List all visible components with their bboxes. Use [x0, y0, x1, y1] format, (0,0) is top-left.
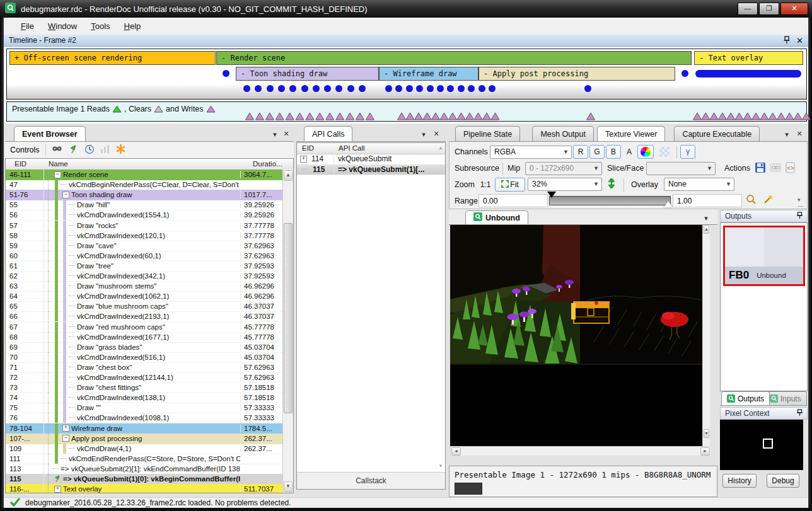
- menu-window[interactable]: Window: [41, 20, 84, 33]
- pixel-context-view[interactable]: [720, 420, 803, 470]
- event-row-65[interactable]: 65Draw "blue mushroom caps"46.37037: [6, 301, 283, 312]
- fb0-thumbnail[interactable]: FB0 Unbound: [723, 226, 805, 286]
- tex-scroll-down-icon[interactable]: ▼: [704, 429, 709, 438]
- event-row-62[interactable]: 62vkCmdDrawIndexed(342,1)37.92593: [6, 271, 283, 282]
- timeline-draw-dot[interactable]: [447, 85, 454, 92]
- timeline-draw-dot[interactable]: [437, 85, 444, 92]
- event-row-59[interactable]: 59Draw "cave"37.62963: [6, 241, 283, 251]
- menu-help[interactable]: Help: [117, 20, 148, 33]
- event-row-57[interactable]: 57Draw "rocks"37.77778: [6, 221, 283, 231]
- event-row-109[interactable]: 109vkCmdDraw(4,1)262.37...: [6, 444, 283, 454]
- save-icon[interactable]: [755, 162, 766, 176]
- bookmark-flag-icon[interactable]: [69, 144, 79, 156]
- outputs-pin-icon[interactable]: [797, 212, 803, 221]
- timeline-draw-dot[interactable]: [682, 70, 688, 77]
- texture-display[interactable]: ▲ ▼ ◄ ►: [450, 225, 710, 456]
- range-slider[interactable]: [549, 196, 671, 205]
- mip-select[interactable]: 0 - 1272x690▼: [525, 162, 602, 175]
- tab-outputs[interactable]: Outputs: [721, 391, 770, 405]
- callstack-bar[interactable]: Callstack: [297, 472, 445, 489]
- slice-face-select[interactable]: ▼: [646, 162, 716, 175]
- write-marker-triangles[interactable]: [693, 112, 811, 120]
- timeline-draw-dot[interactable]: [458, 85, 465, 92]
- api-calls-menu-icon[interactable]: ▾: [419, 130, 429, 139]
- event-row-67[interactable]: 67Draw "red mushroom caps"45.77778: [6, 322, 283, 333]
- outputs-list[interactable]: FB0 Unbound: [720, 222, 808, 391]
- tab-api-calls[interactable]: API Calls: [304, 126, 352, 141]
- event-row-69[interactable]: 69Draw "grass blades"45.03704: [6, 342, 283, 353]
- timeline-draw-dot[interactable]: [243, 85, 250, 92]
- event-row-111[interactable]: 111vkCmdEndRenderPass(C=Store, D=Store, …: [6, 454, 283, 464]
- close-button[interactable]: ✕: [780, 3, 808, 15]
- tab-inputs[interactable]: Inputs: [764, 391, 807, 405]
- event-row-51-76[interactable]: 51-76−Toon shading draw1017.7...: [6, 190, 283, 200]
- event-row-73[interactable]: 73Draw "chest fittings"57.18518: [6, 382, 283, 393]
- event-row-75[interactable]: 75Draw ""57.33333: [6, 403, 283, 413]
- timeline-marker--toon-shading-draw[interactable]: - Toon shading draw: [236, 67, 379, 81]
- timeline-draw-dot[interactable]: [347, 85, 354, 92]
- event-row-47[interactable]: 47vkCmdBeginRenderPass(C=Clear, D=Clear,…: [6, 180, 283, 190]
- timeline-draw-dot[interactable]: [289, 85, 296, 92]
- event-row-68[interactable]: 68vkCmdDrawIndexed(1677,1)45.77778: [6, 332, 283, 343]
- history-button[interactable]: History: [722, 474, 757, 488]
- expand-icon[interactable]: +: [54, 486, 61, 493]
- event-row-113[interactable]: 113=> vkQueueSubmit(2)[1]: vkEndCommandB…: [6, 464, 283, 474]
- event-row-56[interactable]: 56vkCmdDrawIndexed(1554,1)39.25926: [6, 210, 283, 221]
- timeline-draw-dot[interactable]: [359, 85, 366, 92]
- event-row-107-...[interactable]: 107-...−Apply post processing262.37...: [6, 433, 283, 444]
- timeline-draw-dot[interactable]: [395, 85, 402, 92]
- timeline-marker--text-overlay[interactable]: - Text overlay: [694, 51, 803, 65]
- zoom-fit-button[interactable]: Fit: [495, 178, 525, 192]
- event-row-63[interactable]: 63Draw "mushroom stems"46.96296: [6, 281, 283, 292]
- event-row-46-111[interactable]: 46-111−Render scene3064.7...: [6, 169, 283, 180]
- custom-action-star-icon[interactable]: [115, 144, 126, 156]
- timeline-draw-dot[interactable]: [385, 85, 392, 92]
- texture-hscrollbar[interactable]: ◄ ►: [450, 446, 710, 456]
- range-black-handle[interactable]: [547, 192, 556, 198]
- timeline-track[interactable]: + Off-screen scene rendering- Render sce…: [6, 49, 807, 100]
- tab-event-browser[interactable]: Event Browser: [14, 126, 86, 141]
- overlay-select[interactable]: None▼: [664, 178, 734, 191]
- write-marker-triangles[interactable]: [245, 112, 375, 120]
- tab-unbound-texture[interactable]: Unbound: [465, 210, 528, 224]
- timeline-draw-dot[interactable]: [301, 85, 308, 92]
- event-row-64[interactable]: 64vkCmdDrawIndexed(1062,1)46.96296: [6, 291, 283, 302]
- collapse-icon[interactable]: −: [62, 435, 69, 442]
- zoom-1to1-button[interactable]: 1:1: [477, 178, 494, 192]
- timeline-draw-dot[interactable]: [255, 85, 262, 92]
- collapse-icon[interactable]: −: [54, 171, 61, 178]
- event-browser-menu-icon[interactable]: ▾: [270, 130, 280, 139]
- timeline-draw-dot[interactable]: [406, 85, 413, 92]
- tex-scroll-up-icon[interactable]: ▲: [704, 225, 709, 234]
- write-marker-triangles[interactable]: [586, 112, 596, 120]
- write-marker-triangles[interactable]: [397, 112, 501, 120]
- range-min-field[interactable]: 0.00: [478, 194, 548, 207]
- tex-scroll-left-icon[interactable]: ◄: [451, 447, 461, 456]
- timeline-draw-dot[interactable]: [335, 85, 342, 92]
- api-call-row-114[interactable]: +114vkQueueSubmit: [297, 154, 445, 165]
- checkerboard-button[interactable]: [656, 145, 673, 159]
- timeline-draw-capsule[interactable]: [695, 70, 801, 78]
- timeline-draw-dot[interactable]: [584, 85, 591, 92]
- event-row-55[interactable]: 55Draw "hill"39.25926: [6, 200, 283, 210]
- timeline-close-icon[interactable]: ✕: [796, 36, 803, 45]
- channels-select[interactable]: RGBA▼: [490, 146, 572, 159]
- timeline-draw-dot[interactable]: [324, 85, 331, 92]
- channel-g-button[interactable]: G: [589, 145, 605, 159]
- scrollbar-thumb[interactable]: [284, 223, 293, 413]
- event-row-76[interactable]: 76vkCmdDrawIndexed(1098,1)57.33333: [6, 413, 283, 423]
- tab-texture-viewer[interactable]: Texture Viewer: [597, 126, 665, 141]
- event-row-72[interactable]: 72vkCmdDrawIndexed(12144,1)57.62963: [6, 372, 283, 383]
- event-row-58[interactable]: 58vkCmdDrawIndexed(120,1)37.77778: [6, 231, 283, 241]
- timeline-marker--wireframe-draw[interactable]: - Wireframe draw: [379, 67, 478, 81]
- expand-icon[interactable]: +: [300, 156, 307, 163]
- range-max-field[interactable]: 1.00: [673, 194, 742, 207]
- event-row-66[interactable]: 66vkCmdDrawIndexed(2193,1)46.37037: [6, 311, 283, 322]
- find-icon[interactable]: [52, 144, 63, 156]
- event-row-78-104[interactable]: 78-104+Wireframe draw1784.5...: [6, 423, 283, 434]
- event-row-116-...[interactable]: 116-...+Text overlay511.7037: [6, 484, 283, 493]
- gamma-button[interactable]: γ: [680, 145, 695, 159]
- zoom-level-combo[interactable]: 32%▼: [528, 178, 602, 191]
- texture-vscrollbar[interactable]: ▲ ▼: [702, 225, 710, 447]
- api-calls-close-icon[interactable]: ✕: [431, 130, 441, 138]
